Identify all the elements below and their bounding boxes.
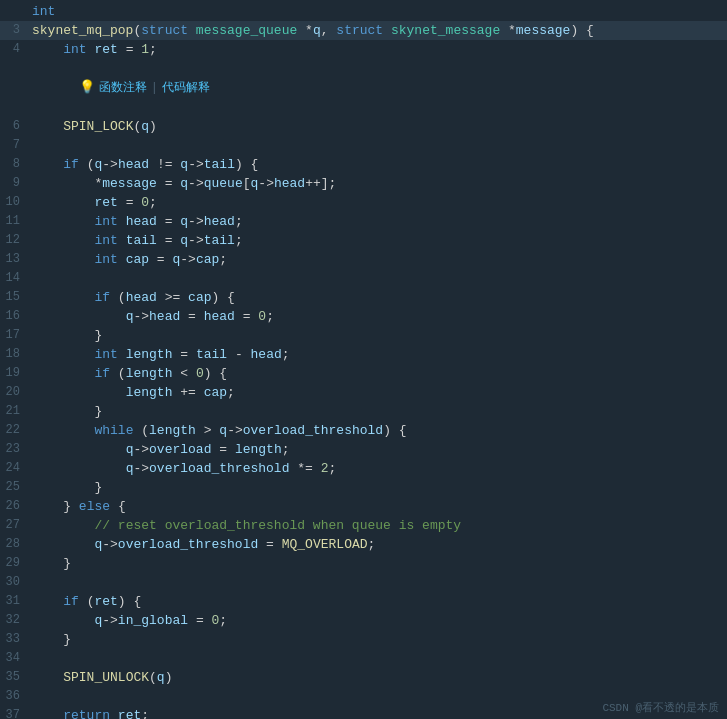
line-code: q->overload_threshold *= 2; bbox=[28, 459, 727, 478]
line-top: int bbox=[0, 2, 727, 21]
line-code: } bbox=[28, 326, 727, 345]
line-27: 27 // reset overload_threshold when queu… bbox=[0, 516, 727, 535]
line-number: 19 bbox=[0, 364, 28, 383]
line-code: skynet_mq_pop(struct message_queue *q, s… bbox=[28, 21, 727, 40]
line-number: 15 bbox=[0, 288, 28, 307]
line-number: 13 bbox=[0, 250, 28, 269]
line-code: } bbox=[28, 402, 727, 421]
line-blank-3: 30 bbox=[0, 573, 727, 592]
line-11: 11 int head = q->head; bbox=[0, 212, 727, 231]
line-code: int bbox=[28, 2, 727, 21]
line-3: 3 skynet_mq_pop(struct message_queue *q,… bbox=[0, 21, 727, 40]
line-code: // reset overload_threshold when queue i… bbox=[28, 516, 727, 535]
line-32: 32 q->in_global = 0; bbox=[0, 611, 727, 630]
line-31: 31 if (ret) { bbox=[0, 592, 727, 611]
line-21: 21 } bbox=[0, 402, 727, 421]
line-code: while (length > q->overload_threshold) { bbox=[28, 421, 727, 440]
line-code: } else { bbox=[28, 497, 727, 516]
func-comment-link[interactable]: 函数注释 bbox=[99, 81, 147, 95]
line-10: 10 ret = 0; bbox=[0, 193, 727, 212]
line-8: 8 if (q->head != q->tail) { bbox=[0, 155, 727, 174]
code-explain-link[interactable]: 代码解释 bbox=[162, 81, 210, 95]
line-28: 28 q->overload_threshold = MQ_OVERLOAD; bbox=[0, 535, 727, 554]
line-number: 28 bbox=[0, 535, 28, 554]
line-19: 19 if (length < 0) { bbox=[0, 364, 727, 383]
line-code: } bbox=[28, 554, 727, 573]
line-blank-2: 14 bbox=[0, 269, 727, 288]
line-code: if (head >= cap) { bbox=[28, 288, 727, 307]
line-number: 12 bbox=[0, 231, 28, 250]
tooltip-separator: | bbox=[151, 81, 158, 95]
line-number: 24 bbox=[0, 459, 28, 478]
line-number: 35 bbox=[0, 668, 28, 687]
line-code: } bbox=[28, 478, 727, 497]
line-number: 26 bbox=[0, 497, 28, 516]
line-number: 4 bbox=[0, 40, 28, 59]
line-number: 14 bbox=[0, 269, 28, 288]
line-code: } bbox=[28, 630, 727, 649]
code-editor: int 3 skynet_mq_pop(struct message_queue… bbox=[0, 0, 727, 719]
line-code bbox=[28, 573, 727, 592]
line-number: 32 bbox=[0, 611, 28, 630]
line-number: 3 bbox=[0, 21, 28, 40]
line-15: 15 if (head >= cap) { bbox=[0, 288, 727, 307]
line-code bbox=[28, 269, 727, 288]
line-6: 6 SPIN_LOCK(q) bbox=[0, 117, 727, 136]
line-number: 29 bbox=[0, 554, 28, 573]
line-number: 23 bbox=[0, 440, 28, 459]
line-number: 30 bbox=[0, 573, 28, 592]
line-number: 11 bbox=[0, 212, 28, 231]
line-number: 9 bbox=[0, 174, 28, 193]
line-number: 25 bbox=[0, 478, 28, 497]
line-number: 7 bbox=[0, 136, 28, 155]
line-number: 37 bbox=[0, 706, 28, 719]
line-code: q->overload = length; bbox=[28, 440, 727, 459]
line-number: 16 bbox=[0, 307, 28, 326]
line-code: if (q->head != q->tail) { bbox=[28, 155, 727, 174]
line-code: *message = q->queue[q->head++]; bbox=[28, 174, 727, 193]
line-29: 29 } bbox=[0, 554, 727, 573]
line-26: 26 } else { bbox=[0, 497, 727, 516]
line-35: 35 SPIN_UNLOCK(q) bbox=[0, 668, 727, 687]
line-number: 17 bbox=[0, 326, 28, 345]
line-code: int head = q->head; bbox=[28, 212, 727, 231]
line-code: int cap = q->cap; bbox=[28, 250, 727, 269]
line-code: int tail = q->tail; bbox=[28, 231, 727, 250]
line-number: 6 bbox=[0, 117, 28, 136]
line-number: 21 bbox=[0, 402, 28, 421]
line-number: 27 bbox=[0, 516, 28, 535]
line-code: SPIN_UNLOCK(q) bbox=[28, 668, 727, 687]
line-4: 4 int ret = 1; bbox=[0, 40, 727, 59]
line-blank-1: 7 bbox=[0, 136, 727, 155]
line-13: 13 int cap = q->cap; bbox=[0, 250, 727, 269]
tooltip-content: 💡函数注释|代码解释 bbox=[28, 59, 727, 117]
line-number: 18 bbox=[0, 345, 28, 364]
line-code: q->overload_threshold = MQ_OVERLOAD; bbox=[28, 535, 727, 554]
line-16: 16 q->head = head = 0; bbox=[0, 307, 727, 326]
line-code: if (ret) { bbox=[28, 592, 727, 611]
line-code: q->head = head = 0; bbox=[28, 307, 727, 326]
line-code: if (length < 0) { bbox=[28, 364, 727, 383]
footer-text: CSDN @看不透的是本质 bbox=[602, 700, 719, 715]
line-number: 31 bbox=[0, 592, 28, 611]
line-number: 10 bbox=[0, 193, 28, 212]
line-code: q->in_global = 0; bbox=[28, 611, 727, 630]
line-23: 23 q->overload = length; bbox=[0, 440, 727, 459]
line-code: ret = 0; bbox=[28, 193, 727, 212]
line-12: 12 int tail = q->tail; bbox=[0, 231, 727, 250]
tooltip-line: 💡函数注释|代码解释 bbox=[0, 59, 727, 117]
line-blank-4: 34 bbox=[0, 649, 727, 668]
bulb-icon: 💡 bbox=[79, 80, 95, 95]
line-number: 20 bbox=[0, 383, 28, 402]
line-17: 17 } bbox=[0, 326, 727, 345]
line-code: SPIN_LOCK(q) bbox=[28, 117, 727, 136]
line-33: 33 } bbox=[0, 630, 727, 649]
line-code: int length = tail - head; bbox=[28, 345, 727, 364]
line-24: 24 q->overload_threshold *= 2; bbox=[0, 459, 727, 478]
line-code bbox=[28, 136, 727, 155]
line-9: 9 *message = q->queue[q->head++]; bbox=[0, 174, 727, 193]
line-number: 22 bbox=[0, 421, 28, 440]
line-code: length += cap; bbox=[28, 383, 727, 402]
line-20: 20 length += cap; bbox=[0, 383, 727, 402]
line-number: 34 bbox=[0, 649, 28, 668]
